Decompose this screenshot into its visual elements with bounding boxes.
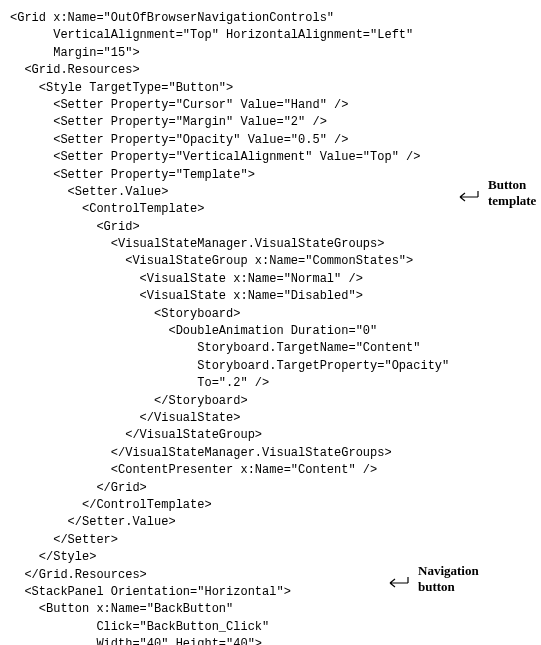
- code-listing-container: <Grid x:Name="OutOfBrowserNavigationCont…: [10, 10, 531, 645]
- annotation-arrow-1: [458, 190, 482, 204]
- annotation-line: template: [488, 193, 536, 208]
- annotation-line: button: [418, 579, 455, 594]
- xaml-code-block: <Grid x:Name="OutOfBrowserNavigationCont…: [10, 10, 531, 645]
- annotation-arrow-2: [388, 576, 412, 590]
- annotation-line: Navigation: [418, 563, 479, 578]
- annotation-navigation-button: Navigation button: [418, 563, 479, 594]
- annotation-line: Button: [488, 177, 526, 192]
- annotation-button-template: Button template: [488, 177, 536, 208]
